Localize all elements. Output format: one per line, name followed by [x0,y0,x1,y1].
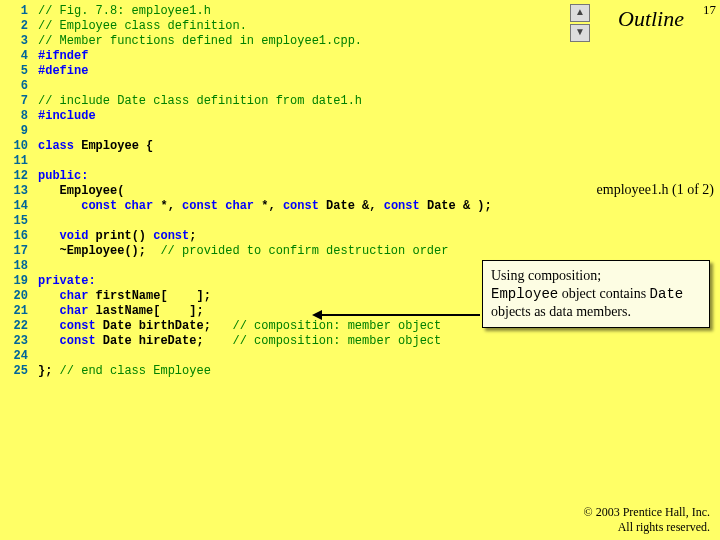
callout-text: object contains [558,286,649,301]
callout-text: Using composition; [491,268,601,283]
code-line: 9 [4,124,492,139]
code-line: 14 const char *, const char *, const Dat… [4,199,492,214]
copyright-line: © 2003 Prentice Hall, Inc. [584,505,710,519]
code-line: 22 const Date birthDate; // composition:… [4,319,492,334]
code-line: 8#include [4,109,492,124]
copyright: © 2003 Prentice Hall, Inc. All rights re… [584,505,710,534]
code-line: 2// Employee class definition. [4,19,492,34]
code-line: 3// Member functions defined in employee… [4,34,492,49]
code-line: 15 [4,214,492,229]
nav-down-button[interactable]: ▼ [570,24,590,42]
code-line: 25}; // end class Employee [4,364,492,379]
code-line: 24 [4,349,492,364]
code-line: 21 char lastName[ ]; [4,304,492,319]
slide-number: 17 [703,2,716,18]
code-line: 11 [4,154,492,169]
code-line: 4#ifndef [4,49,492,64]
code-listing: 1// Fig. 7.8: employee1.h 2// Employee c… [4,4,492,379]
code-line: 10class Employee { [4,139,492,154]
code-line: 6 [4,79,492,94]
nav-up-button[interactable]: ▲ [570,4,590,22]
file-label: employee1.h (1 of 2) [597,182,714,198]
callout-box: Using composition; Employee object conta… [482,260,710,328]
callout-arrow-icon [320,314,480,316]
callout-text: objects as data members. [491,304,631,319]
code-line: 7// include Date class definition from d… [4,94,492,109]
copyright-line: All rights reserved. [584,520,710,534]
callout-code-word: Employee [491,286,558,302]
callout-code-word: Date [650,286,684,302]
outline-nav: ▲ ▼ [570,4,590,42]
code-line: 13 Employee( [4,184,492,199]
code-line: 18 [4,259,492,274]
code-line: 5#define [4,64,492,79]
code-line: 23 const Date hireDate; // composition: … [4,334,492,349]
code-line: 17 ~Employee(); // provided to confirm d… [4,244,492,259]
code-line: 1// Fig. 7.8: employee1.h [4,4,492,19]
code-line: 16 void print() const; [4,229,492,244]
code-line: 12public: [4,169,492,184]
code-line: 20 char firstName[ ]; [4,289,492,304]
code-line: 19private: [4,274,492,289]
outline-heading: Outline [618,6,684,32]
